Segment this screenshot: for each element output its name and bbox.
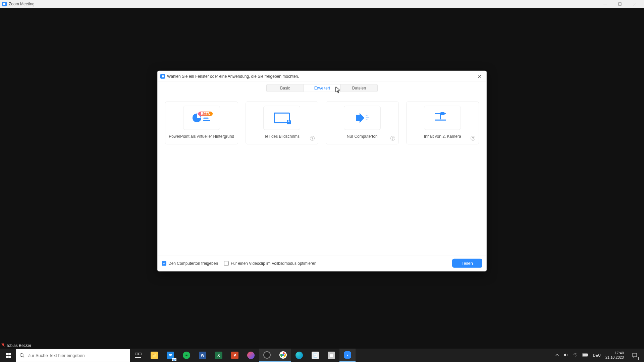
presentation-icon: BETA [193,114,211,122]
zoom-icon [160,74,165,79]
svg-rect-9 [583,354,587,356]
beta-badge: BETA [198,112,212,116]
option-label: Teil des Bildschirms [264,134,300,139]
speaker-icon [356,113,368,123]
taskbar-app-generic2[interactable]: ▦ [323,349,339,362]
svg-rect-8 [587,354,588,356]
svg-rect-4 [135,357,141,358]
folder-icon: 📁 [151,352,158,359]
tray-date: 21.10.2020 [605,355,624,360]
word-icon: W [199,352,206,359]
share-options: BETA PowerPoint als virtueller Hintergru… [158,93,486,148]
checkbox-label: Den Computerton freigeben [168,261,218,265]
taskbar-app-excel[interactable]: X [211,349,227,362]
checkbox-share-audio[interactable]: Den Computerton freigeben [162,261,218,265]
taskbar-app-obs[interactable] [259,349,275,362]
notification-icon [632,353,637,358]
zoom-icon [2,2,7,6]
tab-bar: Basic Erweitert Dateien [158,82,486,93]
dialog-header: Wählen Sie ein Fenster oder eine Anwendu… [158,71,486,82]
second-camera-icon [435,113,450,123]
tray-notifications[interactable]: 1 [629,349,641,362]
windows-icon [6,353,11,358]
option-label: Nur Computerton [347,134,378,139]
taskbar: 📁 ✉ 69 ≡ W X P 📄 ▦ ▪ DEU 17:40 2 [0,349,644,362]
search-input[interactable] [28,353,127,358]
tray-time: 17:40 [605,351,624,355]
share-dialog: Wählen Sie ein Fenster oder eine Anwendu… [158,71,486,271]
mail-badge: 69 [172,358,176,361]
taskbar-app-explorer[interactable]: 📁 [146,349,162,362]
powerpoint-icon: P [231,352,238,359]
option-screen-portion[interactable]: + Teil des Bildschirms ? [246,102,319,144]
option-ppt-virtual-bg[interactable]: BETA PowerPoint als virtueller Hintergru… [165,102,238,144]
app-icon: ▦ [328,352,335,359]
checkbox-icon [162,261,166,265]
checkbox-icon [224,261,229,265]
dialog-title: Wählen Sie ein Fenster oder eine Anwendu… [167,74,299,79]
help-icon[interactable]: ? [390,136,395,141]
taskbar-app-mail[interactable]: ✉ 69 [162,349,178,362]
taskbar-app-edge[interactable] [291,349,307,362]
svg-point-1 [20,353,23,356]
app-title: Zoom Meeting [9,2,35,6]
minimize-button[interactable] [598,0,612,8]
taskbar-app-word[interactable]: W [195,349,211,362]
svg-rect-0 [619,3,621,5]
spotify-icon: ≡ [183,352,190,359]
app-titlebar: Zoom Meeting [0,0,644,8]
svg-rect-2 [135,353,138,355]
tray-volume-icon[interactable] [564,353,568,358]
mic-muted-icon [1,343,5,348]
tab-basic[interactable]: Basic [267,84,304,92]
chrome-icon [279,351,287,359]
tray-overflow-icon[interactable] [555,353,559,357]
participant-label: Tobias Becker [1,343,31,348]
taskbar-app-powerpoint[interactable]: P [227,349,243,362]
notification-count: 1 [637,357,639,361]
dialog-close-button[interactable] [476,73,484,80]
maximize-button[interactable] [612,0,627,8]
tray-wifi-icon[interactable] [573,353,578,358]
svg-rect-10 [633,353,637,357]
taskbar-app-zoom[interactable]: ▪ [339,349,356,362]
search-icon [19,353,24,358]
tray-battery-icon[interactable] [582,353,588,357]
tray-language[interactable]: DEU [593,353,601,357]
zoom-icon: ▪ [344,351,351,359]
option-label: Inhalt von 2. Kamera [424,134,461,139]
checkbox-optimize-video[interactable]: Für einen Videoclip im Vollbildmodus opt… [224,261,316,265]
help-icon[interactable]: ? [310,136,315,141]
tray-clock[interactable]: 17:40 21.10.2020 [605,351,624,360]
tab-advanced[interactable]: Erweitert [304,84,340,92]
help-icon[interactable]: ? [471,136,475,141]
checkbox-label: Für einen Videoclip im Vollbildmodus opt… [231,261,316,265]
taskbar-search[interactable] [16,349,130,362]
close-window-button[interactable] [627,0,642,8]
tab-files[interactable]: Dateien [340,84,377,92]
taskbar-app-spotify[interactable]: ≡ [178,349,195,362]
task-view-icon [135,353,142,358]
option-computer-audio[interactable]: Nur Computerton ? [326,102,399,144]
svg-rect-3 [139,353,141,355]
taskbar-app-notepad[interactable]: 📄 [307,349,323,362]
excel-icon: X [215,352,222,359]
start-button[interactable] [0,349,16,362]
participant-name: Tobias Becker [6,343,31,348]
task-view-button[interactable] [130,349,146,362]
dialog-footer: Den Computerton freigeben Für einen Vide… [158,255,486,271]
screen-portion-icon: + [274,113,290,123]
edge-icon [296,352,303,359]
app-icon [247,352,255,359]
option-second-camera[interactable]: Inhalt von 2. Kamera ? [406,102,479,144]
taskbar-app-generic1[interactable] [243,349,259,362]
taskbar-app-chrome[interactable] [275,349,291,362]
share-button[interactable]: Teilen [452,259,482,268]
option-label: PowerPoint als virtueller Hintergrund [169,134,234,139]
obs-icon [263,351,271,359]
notepad-icon: 📄 [312,352,319,359]
